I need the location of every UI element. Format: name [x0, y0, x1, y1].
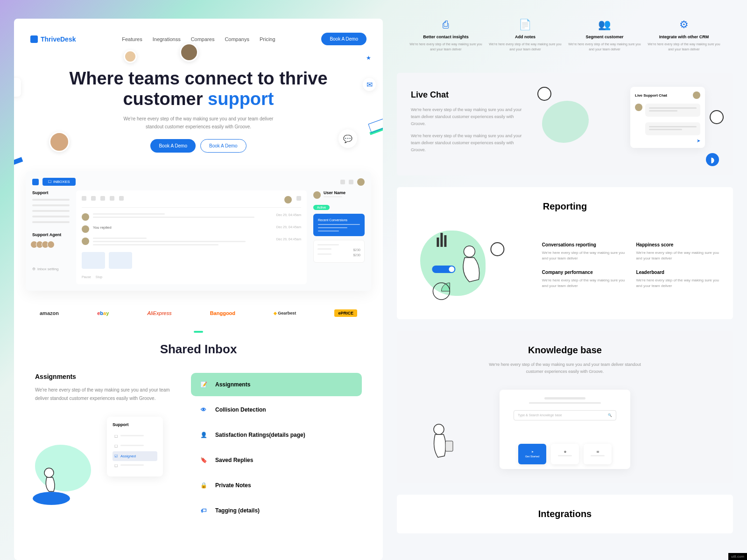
agent-avatar	[47, 241, 55, 248]
partner-logos: amazon ebay AliExpress Banggood Gearbest…	[30, 305, 366, 331]
person-illustration	[30, 463, 72, 505]
avatar	[180, 43, 198, 62]
kb-option-button[interactable]: ⊞	[584, 444, 612, 464]
hero-demo-outline-button[interactable]: Book A Demo	[200, 139, 247, 153]
svg-point-10	[434, 424, 444, 434]
avatar-illustration	[710, 110, 724, 124]
header: ThriveDesk Features Inegrationss Compare…	[30, 33, 366, 45]
brand-badge-icon: ◗	[706, 153, 719, 166]
svg-rect-3	[440, 233, 443, 247]
chat-icon: 💬	[338, 129, 357, 148]
sidebar-title: Support	[32, 190, 70, 195]
eprice-logo: ePRICE	[334, 309, 357, 317]
avatar	[49, 132, 70, 152]
feature-tagging[interactable]: 🏷Tagging (details)	[191, 499, 362, 522]
aliexpress-logo: AliExpress	[147, 310, 171, 316]
assignments-heading: Assignments	[35, 373, 172, 380]
svg-point-5	[491, 243, 504, 256]
kb-option-button[interactable]: ⊕	[551, 444, 579, 464]
person-illustration	[425, 422, 458, 464]
feature-collision[interactable]: 👁Collision Detection	[191, 398, 362, 421]
svg-point-0	[33, 492, 70, 505]
feat-segment: 👥 Segment customer We're here every step…	[568, 19, 641, 52]
feat-contact-insights: ⎙ Better contact insights We're here eve…	[409, 19, 482, 52]
document-icon: 📝	[198, 379, 209, 390]
nav-integrations[interactable]: Inegrationss	[153, 36, 181, 42]
nav-features[interactable]: Features	[122, 36, 142, 42]
lock-note-icon: 🔒	[198, 480, 209, 490]
hero-title: Where teams connect to thrive customer s…	[58, 69, 338, 109]
dash-right-panel: User Name Active Recent Conversions $230…	[313, 190, 365, 284]
inbox-settings-link: ⚙ Inbox setting	[32, 267, 70, 271]
livechat-title: Live Chat	[411, 90, 528, 100]
dashboard-mockup: ☐ INBOXES Support Support Agent ⚙ Inbox …	[26, 171, 371, 291]
nav-compares[interactable]: Compares	[191, 36, 215, 42]
feature-list: 📝Assignments 👁Collision Detection 👤Satis…	[191, 373, 362, 524]
dash-logo-icon	[32, 179, 39, 185]
rep-performance: Company performanceWe're here every step…	[542, 270, 625, 289]
person-icon: 👤	[198, 430, 209, 440]
inboxes-tab: ☐ INBOXES	[42, 178, 76, 186]
live-support-card: Live Support Chat ➤	[630, 87, 705, 148]
rep-conversations: Conversations reportingWe're here every …	[542, 242, 625, 261]
svg-rect-4	[444, 235, 446, 247]
watermark: ui8.com	[728, 553, 747, 560]
nav-companys[interactable]: Companys	[225, 36, 249, 42]
livechat-p2: We're here every step of the way making …	[411, 133, 528, 154]
brand-logo[interactable]: ThriveDesk	[30, 35, 76, 43]
gearbest-logo: Gearbest	[274, 311, 296, 315]
avatar-illustration	[537, 87, 551, 101]
gift-icon: ⊞	[597, 450, 599, 453]
settings-icon	[349, 180, 353, 184]
feature-saved-replies[interactable]: 🔖Saved Replies	[191, 448, 362, 472]
attachment-thumbnail	[109, 252, 132, 269]
hero-subtitle: We're here every step of the way making …	[119, 115, 278, 131]
dash-sidebar: Support Support Agent ⚙ Inbox setting	[32, 190, 70, 284]
book-demo-button[interactable]: Book A Demo	[321, 33, 366, 45]
globe-icon: ⊕	[564, 450, 566, 453]
svg-point-8	[449, 266, 454, 272]
feature-ratings[interactable]: 👤Satisfaction Ratings(details page)	[191, 423, 362, 447]
hero-demo-button[interactable]: Book A Demo	[150, 139, 196, 153]
rep-leaderboard: LeaderboardWe're here every step of the …	[636, 270, 719, 289]
integration-icon: ⚙	[648, 19, 720, 31]
kb-title: Knowledge base	[411, 345, 719, 356]
feat-add-notes: 📄 Add notes We're here every step of the…	[489, 19, 562, 52]
agents-title: Support Agent	[32, 232, 70, 237]
kb-search-input[interactable]: Type & Search knowlege base🔍	[514, 410, 616, 420]
bookmark-icon: 🔖	[198, 455, 209, 465]
banggood-logo: Banggood	[210, 310, 235, 316]
ebay-logo: ebay	[97, 310, 109, 316]
brand-name: ThriveDesk	[41, 35, 76, 43]
notification-icon	[340, 180, 345, 184]
knowledge-base-section: Knowledge base We're here every step of …	[397, 331, 733, 483]
amazon-logo: amazon	[40, 310, 59, 316]
search-icon: 🔍	[608, 413, 612, 417]
integrations-section: Integrations	[397, 495, 733, 533]
rep-happiness: Happiness scoreWe're here every step of …	[636, 242, 719, 261]
tag-icon: 🏷	[198, 505, 209, 516]
user-avatar	[357, 178, 365, 186]
notes-icon: 📄	[489, 19, 562, 31]
shared-inbox-title: Shared Inbox	[30, 342, 366, 357]
get-started-button[interactable]: ➤Get Started	[518, 444, 546, 464]
svg-point-9	[464, 246, 475, 257]
logo-icon	[30, 35, 38, 43]
active-badge: Active	[313, 205, 330, 210]
feature-assignments[interactable]: 📝Assignments	[191, 373, 362, 396]
assignments-desc: We're here every step of the way making …	[35, 386, 172, 403]
svg-rect-11	[445, 441, 453, 451]
nav-pricing[interactable]: Pricing	[260, 36, 275, 42]
feat-integrate-crm: ⚙ Integrate with other CRM We're here ev…	[648, 19, 720, 52]
dash-main: Dec 29, 04:45am You replied Dec 29, 04:4…	[76, 190, 307, 284]
svg-point-1	[44, 468, 54, 477]
shared-inbox-section: Assignments We're here every step of the…	[30, 373, 366, 524]
binoculars-icon: 👁	[198, 405, 209, 415]
integrations-title: Integrations	[411, 509, 719, 519]
contact-icon: ⎙	[409, 19, 482, 31]
assigned-item: ☑Assigned	[113, 451, 157, 461]
landing-right-panel: ⎙ Better contact insights We're here eve…	[397, 19, 733, 560]
attachment-thumbnail	[82, 252, 105, 269]
top-features: ⎙ Better contact insights We're here eve…	[397, 19, 733, 61]
feature-private-notes[interactable]: 🔒Private Notes	[191, 474, 362, 497]
